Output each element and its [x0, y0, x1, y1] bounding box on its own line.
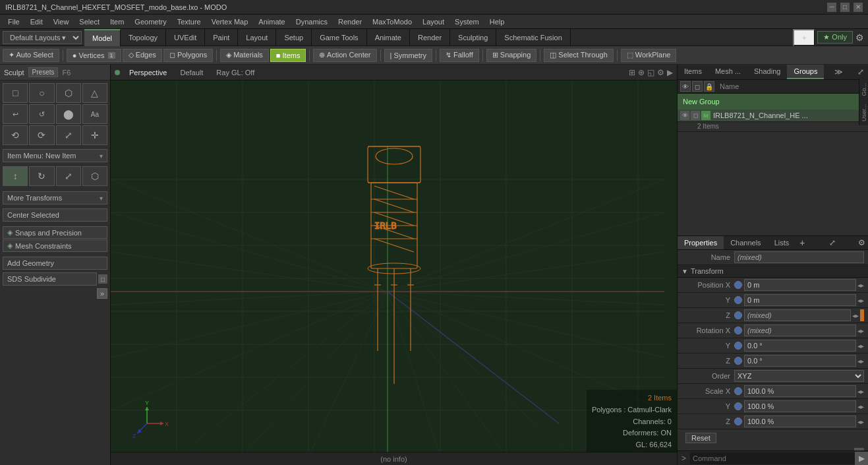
menu-view[interactable]: View	[48, 16, 74, 27]
tab-shading[interactable]: Shading	[747, 65, 787, 79]
scale-y-circle[interactable]	[734, 402, 742, 410]
close-button[interactable]: ✕	[854, 3, 863, 12]
falloff-button[interactable]: ↯ Falloff	[440, 49, 479, 62]
polygons-button[interactable]: ◻ Polygons	[163, 49, 213, 62]
minimize-button[interactable]: ─	[827, 3, 836, 12]
order-select[interactable]: XYZ XZY YXZ YZX ZXY ZYX	[734, 370, 864, 382]
tool-rotate-r-button[interactable]: ⟳	[29, 125, 54, 145]
select-through-button[interactable]: ◫ Select Through	[544, 49, 613, 62]
sds-checkbox[interactable]: □	[98, 274, 107, 284]
scale-y-arrow[interactable]: ◂▸	[857, 403, 864, 410]
menu-dynamics[interactable]: Dynamics	[291, 16, 333, 27]
position-y-value[interactable]: 0 m	[744, 294, 856, 306]
menu-render[interactable]: Render	[333, 16, 367, 27]
tab-schematic-fusion[interactable]: Schematic Fusion	[496, 29, 570, 46]
tool-redo-button[interactable]: ↺	[29, 104, 54, 124]
item-menu-button[interactable]: Item Menu: New Item ▾	[3, 149, 107, 162]
raygl-label[interactable]: Ray GL: Off	[212, 67, 258, 78]
rotation-y-value[interactable]: 0.0 °	[744, 340, 856, 352]
tool-move-button[interactable]: ✛	[82, 125, 107, 145]
style-label[interactable]: Default	[176, 67, 207, 78]
tool-scale-button[interactable]: ⤢	[56, 125, 81, 145]
auto-select-button[interactable]: ✦ Auto Select	[3, 49, 59, 62]
tab-render[interactable]: Render	[410, 29, 450, 46]
transform-rotate-button[interactable]: ↻	[29, 166, 54, 186]
center-selected-button[interactable]: Center Selected	[3, 208, 107, 222]
position-z-value[interactable]: (mixed)	[744, 309, 851, 321]
symmetry-button[interactable]: | Symmetry	[384, 49, 432, 62]
position-y-circle[interactable]	[734, 296, 742, 304]
tab-uvedit[interactable]: UVEdit	[166, 29, 205, 46]
props-tab-properties[interactable]: Properties	[678, 236, 724, 249]
tab-sculpting[interactable]: Sculpting	[450, 29, 496, 46]
items-lock-button[interactable]: 🔒	[704, 81, 714, 92]
presets-button[interactable]: Presets	[28, 67, 59, 77]
tool-undo-button[interactable]: ↩	[3, 104, 28, 124]
transform-custom-button[interactable]: ⬡	[82, 166, 107, 186]
props-gear-button[interactable]: ⚙	[855, 238, 868, 247]
menu-vertex-map[interactable]: Vertex Map	[206, 16, 254, 27]
add-tab-button[interactable]: +	[793, 29, 815, 46]
position-z-arrow[interactable]: ◂▸	[852, 312, 859, 319]
maximize-button[interactable]: □	[840, 3, 850, 12]
canvas-3d[interactable]: IRLB X Y Z	[111, 80, 677, 465]
transform-scale-button[interactable]: ⤢	[56, 166, 81, 186]
tool-box-button[interactable]: □	[3, 83, 28, 103]
menu-help[interactable]: Help	[484, 16, 510, 27]
snapping-button[interactable]: ⊞ Snapping	[486, 49, 537, 62]
scale-y-value[interactable]: 100.0 %	[744, 400, 856, 412]
tab-groups[interactable]: Groups	[787, 65, 824, 79]
tool-circle-button[interactable]: ⬤	[56, 104, 81, 124]
new-group-button[interactable]: New Group	[678, 94, 868, 109]
tab-layout[interactable]: Layout	[238, 29, 276, 46]
rotation-z-circle[interactable]	[734, 357, 742, 365]
layout-gear-button[interactable]: ⚙	[855, 32, 864, 43]
scale-z-value[interactable]: 100.0 %	[744, 416, 856, 427]
snaps-precision-button[interactable]: ◈ Snaps and Precision	[3, 226, 107, 239]
position-x-arrow[interactable]: ◂▸	[857, 282, 864, 289]
tool-cylinder-button[interactable]: ⬡	[56, 83, 81, 103]
command-input[interactable]	[690, 452, 855, 464]
vertices-button[interactable]: ● Vertices 1	[67, 49, 121, 62]
position-y-arrow[interactable]: ◂▸	[857, 297, 864, 304]
menu-layout[interactable]: Layout	[417, 16, 449, 27]
tab-topology[interactable]: Topology	[121, 29, 166, 46]
viewport-maximize-button[interactable]: ◱	[647, 68, 654, 77]
props-expand-button[interactable]: ⤢	[826, 238, 838, 247]
rotation-x-value[interactable]: (mixed)	[744, 325, 856, 336]
tab-items[interactable]: Items	[678, 65, 709, 79]
menu-edit[interactable]: Edit	[25, 16, 48, 27]
command-run-button[interactable]: ▶	[855, 452, 868, 465]
viewport-center-button[interactable]: ⊕	[638, 68, 645, 77]
tool-sphere-button[interactable]: ○	[29, 83, 54, 103]
sds-subdivide-button[interactable]: SDS Subdivide	[3, 272, 97, 286]
tab-setup[interactable]: Setup	[276, 29, 312, 46]
scale-x-circle[interactable]	[734, 387, 742, 395]
menu-geometry[interactable]: Geometry	[129, 16, 171, 27]
tab-game-tools[interactable]: Game Tools	[312, 29, 367, 46]
vert-tab-user[interactable]: User...	[859, 100, 868, 125]
menu-item[interactable]: Item	[105, 16, 129, 27]
reset-button[interactable]: Reset	[685, 433, 716, 443]
edges-button[interactable]: ◇ Edges	[123, 49, 162, 62]
menu-file[interactable]: File	[3, 16, 25, 27]
layout-select[interactable]: Default Layouts ▾	[3, 31, 82, 44]
scale-x-value[interactable]: 100.0 %	[744, 385, 856, 397]
rotation-z-value[interactable]: 0.0 °	[744, 355, 856, 367]
scale-z-arrow[interactable]: ◂▸	[857, 418, 864, 425]
mesh-constraints-button[interactable]: ◈ Mesh Constraints	[3, 239, 107, 252]
add-geometry-button[interactable]: Add Geometry	[3, 257, 107, 270]
menu-system[interactable]: System	[449, 16, 484, 27]
transform-move-button[interactable]: ↕	[3, 166, 28, 186]
position-x-circle[interactable]	[734, 281, 742, 289]
rotation-y-circle[interactable]	[734, 342, 742, 350]
props-tab-add[interactable]: +	[796, 237, 809, 248]
right-panel-popout-button[interactable]: ⤢	[854, 65, 868, 79]
workplane-button[interactable]: ⬚ WorkPlane	[621, 49, 677, 62]
items-button[interactable]: ■ Items	[270, 49, 306, 62]
tab-paint[interactable]: Paint	[205, 29, 238, 46]
viewport-grid-button[interactable]: ⊞	[629, 68, 635, 77]
tab-model[interactable]: Model	[84, 29, 121, 46]
perspective-label[interactable]: Perspective	[125, 67, 171, 78]
rotation-y-arrow[interactable]: ◂▸	[857, 342, 864, 350]
